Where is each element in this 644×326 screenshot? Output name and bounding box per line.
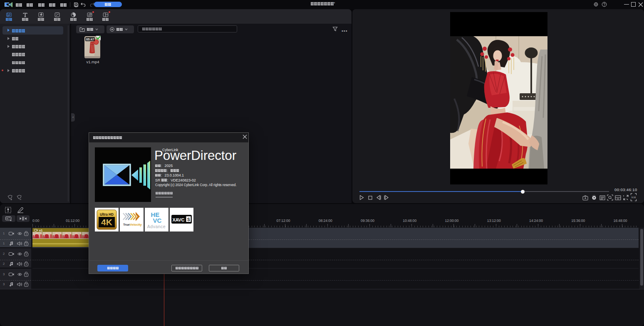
svg-text:4K: 4K <box>101 217 112 227</box>
svg-text:Ultra HD: Ultra HD <box>100 213 114 217</box>
svg-text:Advance: Advance <box>147 224 166 229</box>
svg-text:VC: VC <box>153 217 162 224</box>
svg-text:TrueVelocity: TrueVelocity <box>123 223 142 226</box>
svg-text:S: S <box>187 217 190 222</box>
svg-text:9:16: 9:16 <box>632 196 636 199</box>
svg-text:XAVC: XAVC <box>173 217 185 222</box>
